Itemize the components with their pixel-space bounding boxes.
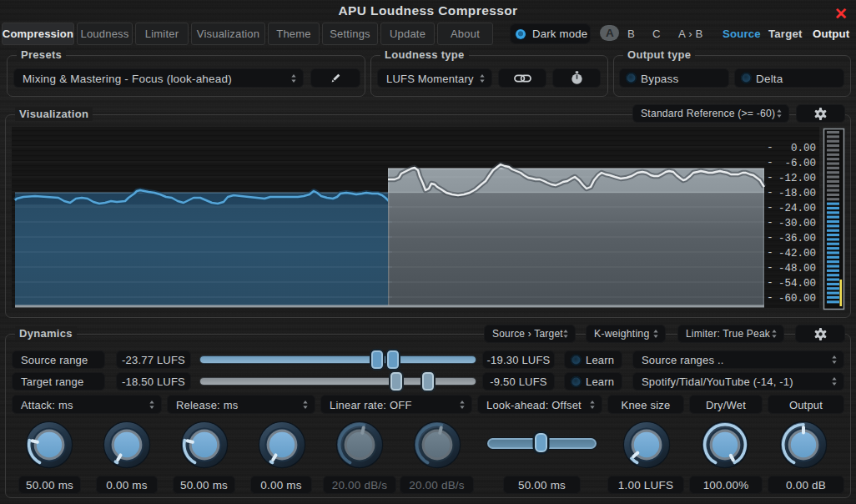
- svg-text:-: -: [767, 201, 773, 214]
- svg-text:-6.00: -6.00: [784, 158, 816, 169]
- svg-text:-42.00: -42.00: [778, 248, 816, 260]
- svg-text:-: -: [767, 216, 773, 229]
- svg-text:-12.00: -12.00: [778, 173, 816, 184]
- svg-text:-60.00: -60.00: [778, 293, 816, 305]
- svg-text:-: -: [767, 186, 773, 199]
- svg-text:-30.00: -30.00: [778, 218, 816, 229]
- svg-text:-: -: [767, 156, 773, 169]
- svg-text:0.00: 0.00: [791, 143, 816, 154]
- svg-text:-: -: [767, 246, 773, 259]
- svg-text:-: -: [767, 231, 773, 244]
- svg-text:-54.00: -54.00: [778, 278, 816, 290]
- svg-text:-: -: [767, 141, 773, 154]
- svg-text:-: -: [767, 261, 773, 274]
- svg-text:-24.00: -24.00: [778, 203, 816, 214]
- svg-text:-36.00: -36.00: [778, 233, 816, 244]
- svg-text:-: -: [767, 276, 773, 289]
- svg-text:-18.00: -18.00: [778, 188, 816, 199]
- svg-text:-: -: [767, 291, 773, 304]
- svg-text:-48.00: -48.00: [778, 263, 816, 275]
- svg-text:-: -: [767, 171, 773, 184]
